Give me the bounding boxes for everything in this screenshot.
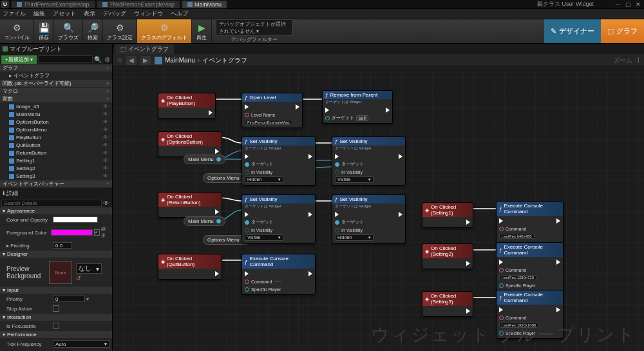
graph-mode-button[interactable]: ⬚グラフ (601, 19, 644, 43)
exec-in-pin[interactable] (245, 212, 249, 217)
menu-file[interactable]: ファイル (3, 10, 26, 18)
var-image_45[interactable]: Image_45👁 (0, 103, 112, 111)
exec-in-pin[interactable] (325, 108, 329, 113)
search-icon[interactable]: 🔍 (94, 55, 102, 63)
tab-map2[interactable]: ThirdPersonExampleMap (97, 1, 180, 8)
add-macro-icon[interactable]: + (106, 88, 109, 94)
eye-icon[interactable]: 👁 (103, 200, 111, 207)
add-func-icon[interactable]: + (106, 81, 109, 86)
node-onclicked-quit[interactable]: ◈On Clicked (QuitButton) (158, 254, 222, 280)
exec-in-pin[interactable] (245, 271, 249, 276)
cat-macros[interactable]: マクロ+ (0, 88, 112, 95)
var-returnbutton[interactable]: ReturnButton👁 (0, 149, 112, 157)
node-onclicked-play[interactable]: ◈On Clicked (PlayButton) (158, 93, 216, 119)
browse-button[interactable]: 🔍ブラウズ (54, 19, 83, 43)
class-settings-button[interactable]: ⚙クラス設定 (103, 19, 137, 43)
menu-edit[interactable]: 編集 (33, 10, 45, 18)
visibility-dropdown[interactable]: Visible▾ (245, 234, 283, 241)
crumb-graph[interactable]: イベントグラフ (202, 56, 247, 65)
exec-out-pin[interactable] (308, 154, 312, 159)
priority-input[interactable]: 0 (53, 296, 85, 302)
command-pin[interactable] (499, 227, 504, 231)
target-pin[interactable] (325, 116, 330, 120)
exec-out-pin[interactable] (209, 110, 213, 115)
eye-icon[interactable]: 👁 (103, 150, 108, 156)
node-remove-from-parent[interactable]: ƒRemove from Parent ターゲットは Widget ターゲットs… (322, 90, 393, 124)
player-pin[interactable] (499, 283, 504, 288)
exec-in-pin[interactable] (335, 154, 339, 159)
designer-mode-button[interactable]: ✎デザイナー (544, 19, 601, 43)
visibility-pin[interactable] (335, 228, 339, 232)
eye-icon[interactable]: 👁 (103, 142, 108, 148)
eye-icon[interactable]: 👁 (103, 173, 108, 179)
var-out-pin[interactable] (216, 219, 221, 223)
menu-asset[interactable]: アセット (53, 10, 76, 18)
visibility-dropdown[interactable]: Hidden▾ (245, 176, 283, 183)
var-playbutton[interactable]: PlayButton👁 (0, 134, 112, 142)
cat-functions[interactable]: 関数 (36 オーバーライド可能)+ (0, 80, 112, 88)
exec-out-pin[interactable] (466, 261, 470, 266)
var-setting3[interactable]: Setting3👁 (0, 173, 112, 180)
cat-designer[interactable]: ▾Designer (0, 251, 112, 258)
event-graph-tab[interactable]: ⬚イベントグラフ (115, 44, 174, 54)
add-var-icon[interactable]: + (106, 96, 109, 102)
visibility-pin[interactable] (245, 228, 249, 232)
cat-graphs[interactable]: グラフ+ (0, 64, 112, 72)
add-new-button[interactable]: +新規追加▾ (1, 55, 37, 64)
node-onclicked-options[interactable]: ◈On Clicked (OptionsButton) (158, 131, 222, 157)
exec-out-pin[interactable] (215, 271, 219, 276)
var-optionsmenu[interactable]: OptionsMenu👁 (0, 126, 112, 134)
node-exec-console-quit[interactable]: ƒExecute Console Command Command Specifi… (242, 254, 316, 295)
var-mainmenu[interactable]: MainMenu👁 (0, 111, 112, 119)
close-icon[interactable]: ✕ (634, 1, 643, 8)
node-open-level[interactable]: ƒOpen Level Level Name FirstPersonExampl… (242, 93, 303, 128)
eye-icon[interactable]: 👁 (103, 166, 108, 171)
node-set-visibility-3[interactable]: ƒSet Visibility ターゲットは Widget ターゲット In V… (242, 194, 316, 243)
tab-mainmenu[interactable]: MainManu (182, 1, 227, 8)
cat-appearance[interactable]: ▾Appearance (0, 207, 112, 215)
minimize-icon[interactable]: ─ (613, 1, 622, 8)
command-pin[interactable] (245, 280, 249, 284)
node-onclicked-setting1[interactable]: ◈On Clicked (Setting1) (422, 202, 473, 228)
exec-out-pin[interactable] (466, 308, 470, 314)
maximize-icon[interactable]: ▢ (623, 1, 632, 8)
var-quitbutton[interactable]: QuitButton👁 (0, 142, 112, 149)
cat-variables[interactable]: 変数+ (0, 95, 112, 103)
varnode-mainmenu-1[interactable]: Main Menu (184, 155, 225, 164)
menu-debug[interactable]: デバッグ (103, 10, 126, 18)
var-optionsbutton[interactable]: OptionsButton👁 (0, 119, 112, 126)
focusable-checkbox[interactable] (53, 323, 59, 329)
exec-out-pin[interactable] (556, 307, 560, 312)
level-name-value[interactable]: FirstPersonExampleMap (245, 120, 292, 125)
var-out-pin[interactable] (216, 157, 221, 162)
exec-out-pin[interactable] (296, 104, 299, 109)
exec-out-pin[interactable] (308, 271, 312, 276)
exec-out-pin[interactable] (399, 212, 402, 217)
crumb-widget[interactable]: MainManu (165, 57, 195, 64)
nav-fwd-icon[interactable]: ▶ (140, 56, 151, 65)
var-setting1[interactable]: Setting1👁 (0, 157, 112, 165)
add-graph-icon[interactable]: + (106, 65, 109, 71)
cat-dispatchers[interactable]: イベントディスパッチャー+ (0, 180, 112, 188)
node-onclicked-return[interactable]: ◈On Clicked (ReturnButton) (158, 192, 222, 218)
eye-icon[interactable]: 👁 (103, 104, 108, 109)
settings-icon[interactable]: ⚙ (103, 55, 111, 63)
cat-input[interactable]: ▾Input (0, 287, 112, 294)
search-button[interactable]: 🔎検索 (83, 19, 103, 43)
menu-window[interactable]: ウィンドウ (134, 10, 163, 18)
exec-out-pin[interactable] (556, 218, 560, 223)
exec-in-pin[interactable] (499, 218, 503, 223)
exec-out-pin[interactable] (466, 220, 470, 225)
exec-out-pin[interactable] (215, 149, 219, 154)
visibility-pin[interactable] (245, 170, 249, 175)
cmd-value[interactable]: r.setRes 1280x720 (499, 275, 536, 280)
preview-thumbnail[interactable]: None (49, 261, 72, 284)
node-set-visibility-2[interactable]: ƒSet Visibility ターゲットは Widget ターゲット In V… (332, 137, 406, 185)
debug-filter-dropdown[interactable]: デバッグオブジェクトが選択されていません ▾ (216, 19, 293, 36)
tick-freq-dropdown[interactable]: Auto▾ (53, 340, 109, 348)
compile-button[interactable]: ⚙コンパイル (0, 19, 34, 43)
details-tab[interactable]: ℹ詳細 (0, 188, 112, 198)
cmd-value[interactable]: r.setRes 640x480 (499, 234, 535, 239)
node-onclicked-setting3[interactable]: ◈On Clicked (Setting3) (422, 291, 473, 317)
reset-icon[interactable]: ↺ (76, 275, 102, 281)
